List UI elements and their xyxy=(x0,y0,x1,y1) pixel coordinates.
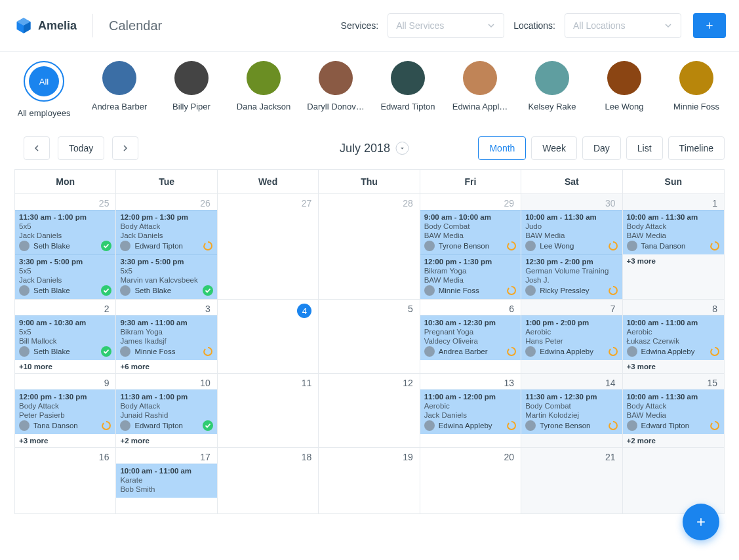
calendar-event[interactable]: 12:00 pm - 1:30 pmBody AttackPeter Pasie… xyxy=(15,390,115,434)
calendar-day-cell[interactable]: 2612:00 pm - 1:30 pmBody AttackJack Dani… xyxy=(116,194,217,299)
calendar-event[interactable]: 3:30 pm - 5:00 pm5x5Marvin van Kalcvsbee… xyxy=(116,254,216,299)
calendar-day-cell[interactable]: 18 xyxy=(218,448,319,513)
calendar-event[interactable]: 12:00 pm - 1:30 pmBody AttackJack Daniel… xyxy=(116,210,216,254)
calendar-day-cell[interactable]: 27 xyxy=(218,194,319,299)
calendar-event[interactable]: 11:30 am - 1:00 pm5x5Jack DanielsSeth Bl… xyxy=(15,210,115,254)
add-button[interactable] xyxy=(693,13,726,38)
more-events-link[interactable]: +2 more xyxy=(623,434,724,447)
day-number: 7 xyxy=(521,300,622,315)
more-events-link[interactable]: +3 more xyxy=(623,254,724,268)
prev-button[interactable] xyxy=(24,136,50,160)
view-week[interactable]: Week xyxy=(531,136,577,160)
calendar-event[interactable]: 10:00 am - 11:30 amBody AttackBAW MediaT… xyxy=(623,210,724,254)
locations-select[interactable]: All Locations xyxy=(565,13,681,38)
view-month[interactable]: Month xyxy=(478,136,526,160)
calendar-day-cell[interactable]: 20 xyxy=(420,448,521,513)
more-events-link[interactable]: +3 more xyxy=(623,360,724,373)
status-approved-icon xyxy=(203,285,213,296)
view-day[interactable]: Day xyxy=(582,136,621,160)
calendar-day-cell[interactable]: 110:00 am - 11:30 amBody AttackBAW Media… xyxy=(623,194,724,299)
calendar-event[interactable]: 1:00 pm - 2:00 pmAerobicHans PeterEdwina… xyxy=(521,315,622,360)
calendar-day-cell[interactable]: 912:00 pm - 1:30 pmBody AttackPeter Pasi… xyxy=(15,374,116,447)
next-button[interactable] xyxy=(112,136,138,160)
calendar-event[interactable]: 10:00 am - 11:30 amBody AttackBAW MediaE… xyxy=(623,390,724,434)
event-time: 9:00 am - 10:30 am xyxy=(19,319,111,327)
day-number: 1 xyxy=(623,194,724,210)
chevron-left-icon xyxy=(33,145,40,151)
employee-filter-item[interactable]: Daryll Donov… xyxy=(310,61,362,118)
event-title: Body Attack xyxy=(19,402,111,410)
employee-filter-item[interactable]: Edwina Appl… xyxy=(454,61,506,118)
more-events-link[interactable]: +6 more xyxy=(116,360,216,373)
calendar-event[interactable]: 11:30 am - 12:30 pmBody CombatMartin Kol… xyxy=(521,390,622,434)
employee-filter-item[interactable]: Billy Piper xyxy=(165,61,218,118)
calendar-day-cell[interactable]: 1011:30 am - 1:00 pmBody AttackJunaid Ra… xyxy=(116,374,217,447)
divider xyxy=(92,14,93,37)
calendar-event[interactable]: 11:00 am - 12:00 pmAerobicJack DanielsEd… xyxy=(420,390,521,434)
calendar-day-cell[interactable]: 610:30 am - 12:30 pmPregnant YogaValdecy… xyxy=(420,300,521,373)
event-time: 3:30 pm - 5:00 pm xyxy=(19,258,111,266)
day-number: 9 xyxy=(15,374,115,390)
calendar-day-cell[interactable]: 3010:00 am - 11:30 amJudoBAW MediaLee Wo… xyxy=(521,194,622,299)
calendar-event[interactable]: 9:00 am - 10:00 amBody CombatBAW MediaTy… xyxy=(420,210,521,254)
calendar-day-cell[interactable] xyxy=(623,448,724,513)
calendar-event[interactable]: 11:30 am - 1:00 pmBody AttackJunaid Rash… xyxy=(116,390,216,434)
calendar-day-cell[interactable]: 29:00 am - 10:30 am5x5Bill MallockSeth B… xyxy=(15,300,116,373)
more-events-link[interactable]: +2 more xyxy=(116,434,216,447)
employee-filter-item[interactable]: Kelsey Rake xyxy=(526,61,578,118)
calendar-day-cell[interactable]: 39:30 am - 11:00 amBikram YogaJames Ikad… xyxy=(116,300,217,373)
employee-filter-item[interactable]: Andrea Barber xyxy=(93,61,146,118)
app-logo[interactable]: Amelia xyxy=(14,16,77,35)
calendar-event[interactable]: 10:00 am - 11:30 amJudoBAW MediaLee Wong xyxy=(521,210,622,254)
calendar-day-cell[interactable]: 71:00 pm - 2:00 pmAerobicHans PeterEdwin… xyxy=(521,300,622,373)
more-events-link[interactable]: +3 more xyxy=(15,434,115,447)
employee-filter-item[interactable]: Minnie Foss xyxy=(670,61,723,118)
day-number: 12 xyxy=(319,374,419,390)
calendar-event[interactable]: 12:00 pm - 1:30 pmBikram YogaBAW MediaMi… xyxy=(420,254,521,299)
employee-label: Lee Wong xyxy=(605,102,643,111)
status-pending-icon xyxy=(506,241,517,251)
calendar-event[interactable]: 3:30 pm - 5:00 pm5x5Jack DanielsSeth Bla… xyxy=(15,254,115,299)
status-approved-icon xyxy=(101,241,111,251)
calendar-day-cell[interactable]: 1411:30 am - 12:30 pmBody CombatMartin K… xyxy=(521,374,622,447)
day-of-week-header: Tue xyxy=(116,170,217,193)
calendar-day-cell[interactable]: 1710:00 am - 11:00 amKarateBob Smith xyxy=(116,448,217,513)
calendar-day-cell[interactable]: 810:00 am - 11:00 amAerobicŁukasz Czerwi… xyxy=(623,300,724,373)
event-title: Karate xyxy=(120,476,212,484)
calendar-day-cell[interactable]: 5 xyxy=(319,300,420,373)
calendar-day-cell[interactable]: 1510:00 am - 11:30 amBody AttackBAW Medi… xyxy=(623,374,724,447)
calendar-day-cell[interactable]: 2511:30 am - 1:00 pm5x5Jack DanielsSeth … xyxy=(15,194,116,299)
month-title[interactable]: July 2018 xyxy=(340,142,409,155)
calendar-event[interactable]: 10:00 am - 11:00 amAerobicŁukasz Czerwik… xyxy=(623,315,724,360)
employee-filter-item[interactable]: AllAll employees xyxy=(14,61,73,118)
calendar-event[interactable]: 9:30 am - 11:00 amBikram YogaJames Ikads… xyxy=(116,315,216,360)
event-sub: Jack Daniels xyxy=(424,411,517,419)
view-list[interactable]: List xyxy=(626,136,663,160)
avatar xyxy=(525,346,536,357)
employee-filter-item[interactable]: Edward Tipton xyxy=(382,61,434,118)
calendar-event[interactable]: 10:30 am - 12:30 pmPregnant YogaValdecy … xyxy=(420,315,521,360)
calendar-day-cell[interactable]: 19 xyxy=(319,448,420,513)
calendar-day-cell[interactable]: 28 xyxy=(319,194,420,299)
day-number: 27 xyxy=(218,194,318,210)
avatar xyxy=(174,61,209,95)
day-of-week-header: Sun xyxy=(623,170,724,193)
employee-filter-item[interactable]: Dana Jackson xyxy=(237,61,290,118)
employee-filter-item[interactable]: Lee Wong xyxy=(598,61,650,118)
avatar xyxy=(19,420,30,431)
today-button[interactable]: Today xyxy=(58,136,104,160)
calendar-event[interactable]: 9:00 am - 10:30 am5x5Bill MallockSeth Bl… xyxy=(15,315,115,360)
calendar-day-cell[interactable]: 16 xyxy=(15,448,116,513)
more-events-link[interactable]: +10 more xyxy=(15,360,115,373)
calendar-event[interactable]: 10:00 am - 11:00 amKarateBob Smith xyxy=(116,464,216,498)
calendar-day-cell[interactable]: 4 xyxy=(218,300,319,373)
calendar-day-cell[interactable]: 11 xyxy=(218,374,319,447)
calendar-day-cell[interactable]: 299:00 am - 10:00 amBody CombatBAW Media… xyxy=(420,194,521,299)
avatar xyxy=(525,285,536,296)
services-select[interactable]: All Services xyxy=(388,13,504,38)
calendar-event[interactable]: 12:30 pm - 2:00 pmGerman Volume Training… xyxy=(521,254,622,299)
calendar-day-cell[interactable]: 12 xyxy=(319,374,420,447)
calendar-day-cell[interactable]: 1311:00 am - 12:00 pmAerobicJack Daniels… xyxy=(420,374,521,447)
view-timeline[interactable]: Timeline xyxy=(668,136,725,160)
calendar-day-cell[interactable]: 21 xyxy=(521,448,622,513)
